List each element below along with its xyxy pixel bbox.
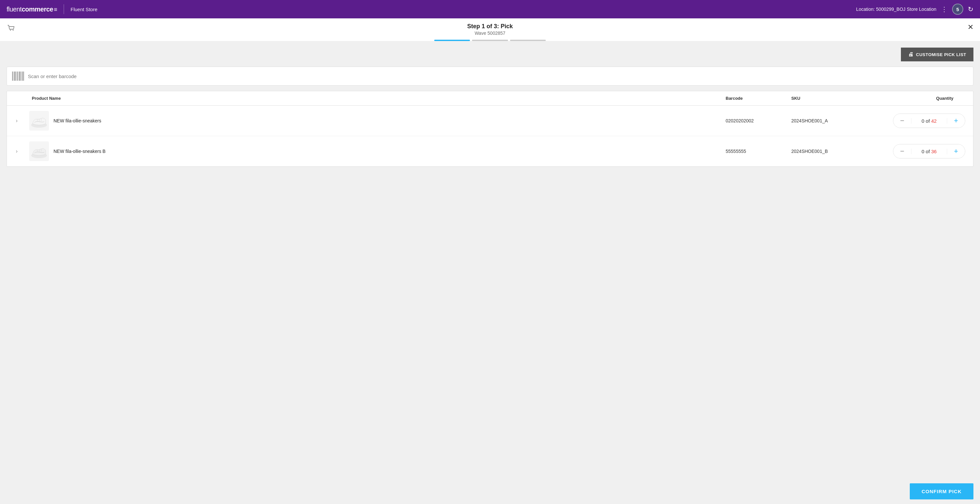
product-name-1: NEW fila-ollie-sneakers: [54, 118, 101, 123]
svg-rect-5: [16, 72, 16, 81]
chevron-right-icon[interactable]: ›: [16, 148, 18, 154]
notification-badge[interactable]: 5: [952, 3, 963, 15]
svg-rect-4: [14, 72, 16, 81]
header-right: Location: 5000299_BOJ Store Location ⋮ 5…: [856, 3, 974, 15]
header-divider: [64, 4, 64, 14]
product-name-2: NEW fila-ollie-sneakers B: [54, 149, 106, 154]
col-product-name: Product Name: [27, 96, 721, 101]
product-image-1: [29, 111, 49, 130]
quantity-cell-2: − 0 of 36 +: [858, 144, 973, 159]
svg-point-1: [13, 30, 14, 31]
cart-icon-wrap: [6, 24, 16, 34]
svg-rect-11: [23, 72, 24, 81]
col-sku: SKU: [786, 96, 858, 101]
product-image-2: [29, 142, 49, 161]
sneaker-image-2: [30, 143, 48, 159]
barcode-row: [6, 67, 974, 86]
qty-of-label-2: of: [926, 149, 931, 154]
svg-point-0: [10, 30, 11, 31]
barcode-input[interactable]: [28, 73, 968, 79]
qty-control-1: − 0 of 42 +: [893, 113, 965, 128]
chevron-right-icon[interactable]: ›: [16, 118, 18, 124]
toolbar: 🖨 CUSTOMISE PICK LIST: [6, 48, 974, 61]
svg-rect-10: [22, 72, 23, 81]
product-cell-2: NEW fila-ollie-sneakers B: [27, 142, 721, 161]
barcode-cell-2: 55555555: [721, 149, 786, 154]
print-icon: 🖨: [908, 51, 914, 57]
expand-cell-1: ›: [7, 118, 27, 124]
qty-value-1: 0: [921, 118, 924, 124]
svg-rect-6: [17, 72, 18, 81]
refresh-icon[interactable]: ↻: [968, 5, 974, 13]
location-label: Location: 5000299_BOJ Store Location: [856, 6, 936, 12]
qty-decrease-button-1[interactable]: −: [893, 113, 911, 128]
qty-value-2: 0: [921, 149, 924, 154]
sku-cell-2: 2024SHOE001_B: [786, 149, 858, 154]
qty-control-2: − 0 of 36 +: [893, 144, 965, 159]
quantity-cell-1: − 0 of 42 +: [858, 113, 973, 128]
col-barcode: Barcode: [721, 96, 786, 101]
progress-bar: [434, 40, 546, 41]
qty-increase-button-1[interactable]: +: [947, 113, 965, 128]
app-header: fluentcommerce≡ Fluent Store Location: 5…: [0, 0, 980, 18]
col-expand: [7, 96, 27, 101]
table-row: › NEW fila-ollie-sneakers B 55555555 202…: [7, 136, 973, 166]
qty-total-1: 42: [931, 118, 937, 124]
pick-table: Product Name Barcode SKU Quantity ›: [6, 91, 974, 167]
col-quantity: Quantity: [858, 96, 973, 101]
svg-rect-2: [12, 72, 13, 81]
confirm-pick-button[interactable]: CONFIRM PICK: [910, 483, 974, 499]
store-name: Fluent Store: [70, 6, 97, 12]
barcode-cell-1: 02020202002: [721, 118, 786, 123]
svg-rect-8: [19, 72, 20, 81]
svg-rect-3: [13, 72, 14, 81]
table-row: › NEW fila-ollie-sneakers 02020202002 20…: [7, 106, 973, 136]
table-header: Product Name Barcode SKU Quantity: [7, 91, 973, 106]
footer: CONFIRM PICK: [0, 479, 980, 504]
svg-rect-9: [21, 72, 21, 81]
svg-rect-7: [18, 72, 19, 81]
sku-cell-1: 2024SHOE001_A: [786, 118, 858, 123]
main-content: 🖨 CUSTOMISE PICK LIST Product Name Barco…: [0, 41, 980, 499]
expand-cell-2: ›: [7, 148, 27, 154]
qty-display-1: 0 of 42: [911, 118, 947, 124]
progress-step-2: [472, 40, 508, 41]
logo: fluentcommerce≡: [6, 6, 57, 13]
qty-increase-button-2[interactable]: +: [947, 144, 965, 159]
close-button[interactable]: ✕: [967, 23, 974, 32]
sneaker-image-1: [30, 113, 48, 129]
customise-pick-list-button[interactable]: 🖨 CUSTOMISE PICK LIST: [901, 48, 974, 61]
logo-text: fluentcommerce≡: [6, 6, 57, 13]
barcode-icon: [12, 72, 24, 81]
step-title: Step 1 of 3: Pick: [467, 23, 513, 30]
qty-of-label-1: of: [926, 118, 931, 124]
qty-display-2: 0 of 36: [911, 149, 947, 154]
qty-total-2: 36: [931, 149, 937, 154]
product-cell-1: NEW fila-ollie-sneakers: [27, 111, 721, 130]
sub-header: ✕ Step 1 of 3: Pick Wave 5002857: [0, 18, 980, 41]
wave-label: Wave 5002857: [474, 30, 506, 36]
progress-step-3: [510, 40, 546, 41]
qty-decrease-button-2[interactable]: −: [893, 144, 911, 159]
cart-icon: [6, 24, 16, 33]
progress-step-1: [434, 40, 470, 41]
more-options-icon[interactable]: ⋮: [941, 6, 948, 13]
